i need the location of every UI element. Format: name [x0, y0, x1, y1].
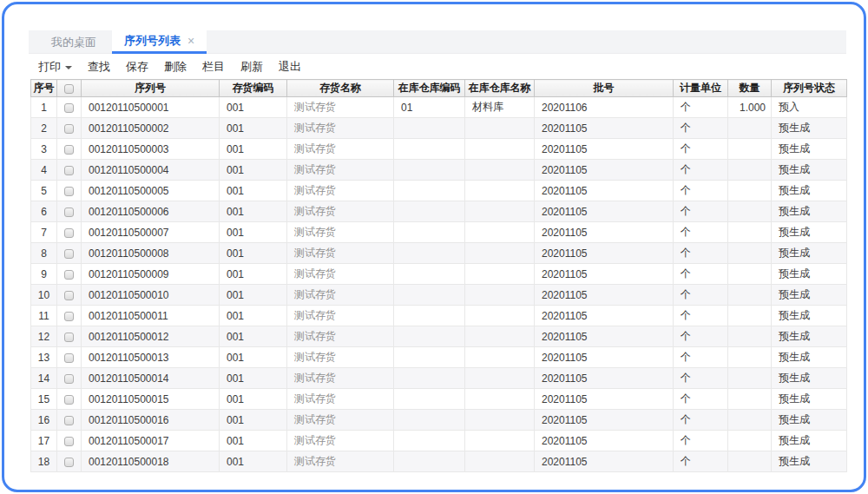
- cell-wh_name: [465, 389, 535, 410]
- row-checkbox[interactable]: [64, 166, 74, 175]
- cell-inv_name: 测试存货: [287, 431, 394, 451]
- cell-unit: 个: [674, 431, 728, 451]
- close-icon[interactable]: ×: [187, 35, 194, 47]
- cell-no: 16: [31, 410, 57, 431]
- row-checkbox[interactable]: [64, 416, 74, 425]
- tab-my-desktop[interactable]: 我的桌面: [36, 30, 112, 54]
- cell-inv_name: 测试存货: [287, 139, 394, 160]
- row-checkbox[interactable]: [64, 187, 74, 196]
- table-row[interactable]: 1200120110500012001测试存货20201105个预生成: [31, 326, 847, 347]
- column-header-wh_name[interactable]: 在库仓库名称: [465, 80, 535, 97]
- table-row[interactable]: 300120110500003001测试存货20201105个预生成: [31, 139, 847, 160]
- row-checkbox[interactable]: [64, 207, 74, 217]
- cell-serial: 00120110500014: [82, 368, 220, 389]
- cell-batch: 20201105: [535, 160, 674, 181]
- table-row[interactable]: 1000120110500010001测试存货20201105个预生成: [31, 285, 847, 306]
- row-checkbox[interactable]: [64, 145, 74, 155]
- row-checkbox[interactable]: [64, 395, 74, 405]
- cell-inv_name: 测试存货: [287, 410, 394, 431]
- cell-unit: 个: [674, 118, 728, 139]
- exit-button[interactable]: 退出: [271, 54, 309, 79]
- row-checkbox[interactable]: [64, 374, 74, 384]
- columns-button[interactable]: 栏目: [194, 54, 233, 79]
- cell-unit: 个: [674, 97, 728, 118]
- table-row[interactable]: 900120110500009001测试存货20201105个预生成: [31, 264, 847, 285]
- cell-batch: 20201105: [535, 201, 674, 222]
- cell-inv_code: 001: [220, 368, 287, 389]
- print-button[interactable]: 打印: [30, 54, 80, 79]
- table-row[interactable]: 1600120110500016001测试存货20201105个预生成: [31, 410, 847, 431]
- column-header-serial[interactable]: 序列号: [82, 80, 220, 97]
- find-button[interactable]: 查找: [80, 54, 118, 79]
- select-all-header[interactable]: [57, 80, 82, 97]
- cell-status: 预生成: [772, 139, 847, 160]
- cell-inv_name: 测试存货: [287, 201, 394, 222]
- row-checkbox[interactable]: [64, 312, 74, 321]
- row-checkbox[interactable]: [64, 103, 74, 113]
- cell-check: [57, 243, 82, 264]
- cell-qty: [728, 160, 772, 181]
- cell-unit: 个: [674, 285, 728, 306]
- cell-inv_name: 测试存货: [287, 222, 394, 243]
- table-row[interactable]: 800120110500008001测试存货20201105个预生成: [31, 243, 847, 264]
- table-row[interactable]: 700120110500007001测试存货20201105个预生成: [31, 222, 847, 243]
- row-checkbox[interactable]: [64, 228, 74, 238]
- table-row[interactable]: 1400120110500014001测试存货20201105个预生成: [31, 368, 847, 389]
- cell-check: [57, 201, 82, 222]
- cell-status: 预生成: [772, 243, 847, 264]
- table-row[interactable]: 1700120110500017001测试存货20201105个预生成: [31, 431, 847, 451]
- cell-wh_name: [465, 326, 535, 347]
- cell-batch: 20201105: [535, 326, 674, 347]
- cell-inv_code: 001: [220, 431, 287, 451]
- table-row[interactable]: 1300120110500013001测试存货20201105个预生成: [31, 347, 847, 368]
- cell-inv_code: 001: [220, 347, 287, 368]
- save-button[interactable]: 保存: [118, 54, 156, 79]
- cell-batch: 20201106: [535, 97, 674, 118]
- select-all-checkbox[interactable]: [64, 84, 74, 94]
- column-header-inv_code[interactable]: 存货编码: [220, 80, 287, 97]
- table-row[interactable]: 500120110500005001测试存货20201105个预生成: [31, 181, 847, 201]
- table-row[interactable]: 100120110500001001测试存货01材料库20201106个1.00…: [31, 97, 847, 118]
- cell-no: 8: [31, 243, 57, 264]
- table-row[interactable]: 1800120110500018001测试存货20201105个预生成: [31, 451, 847, 472]
- cell-inv_code: 001: [220, 181, 287, 201]
- table-row[interactable]: 200120110500002001测试存货20201105个预生成: [31, 118, 847, 139]
- row-checkbox[interactable]: [64, 333, 74, 342]
- cell-check: [57, 389, 82, 410]
- cell-status: 预生成: [772, 451, 847, 472]
- cell-status: 预生成: [772, 431, 847, 451]
- row-checkbox[interactable]: [64, 458, 74, 467]
- cell-inv_name: 测试存货: [287, 264, 394, 285]
- cell-inv_name: 测试存货: [287, 118, 394, 139]
- tab-serial-list[interactable]: 序列号列表 ×: [112, 30, 207, 54]
- table-row[interactable]: 1100120110500011001测试存货20201105个预生成: [31, 306, 847, 326]
- delete-button[interactable]: 删除: [156, 54, 194, 79]
- column-header-batch[interactable]: 批号: [535, 80, 674, 97]
- row-checkbox[interactable]: [64, 353, 74, 363]
- table-row[interactable]: 600120110500006001测试存货20201105个预生成: [31, 201, 847, 222]
- column-header-wh_code[interactable]: 在库仓库编码: [394, 80, 465, 97]
- cell-inv_name: 测试存货: [287, 451, 394, 472]
- row-checkbox[interactable]: [64, 124, 74, 134]
- cell-serial: 00120110500003: [82, 139, 220, 160]
- cell-serial: 00120110500011: [82, 306, 220, 326]
- cell-status: 预生成: [772, 201, 847, 222]
- row-checkbox[interactable]: [64, 437, 74, 446]
- cell-wh_name: [465, 451, 535, 472]
- cell-qty: [728, 431, 772, 451]
- column-header-inv_name[interactable]: 存货名称: [287, 80, 394, 97]
- cell-serial: 00120110500013: [82, 347, 220, 368]
- table-row[interactable]: 400120110500004001测试存货20201105个预生成: [31, 160, 847, 181]
- column-header-status[interactable]: 序列号状态: [772, 80, 847, 97]
- cell-serial: 00120110500015: [82, 389, 220, 410]
- cell-wh_name: [465, 118, 535, 139]
- column-header-unit[interactable]: 计量单位: [674, 80, 728, 97]
- refresh-button[interactable]: 刷新: [233, 54, 271, 79]
- row-checkbox[interactable]: [64, 270, 74, 280]
- column-header-no[interactable]: 序号: [31, 80, 57, 97]
- row-checkbox[interactable]: [64, 291, 74, 300]
- table-row[interactable]: 1500120110500015001测试存货20201105个预生成: [31, 389, 847, 410]
- cell-status: 预生成: [772, 181, 847, 201]
- row-checkbox[interactable]: [64, 249, 74, 259]
- column-header-qty[interactable]: 数量: [728, 80, 772, 97]
